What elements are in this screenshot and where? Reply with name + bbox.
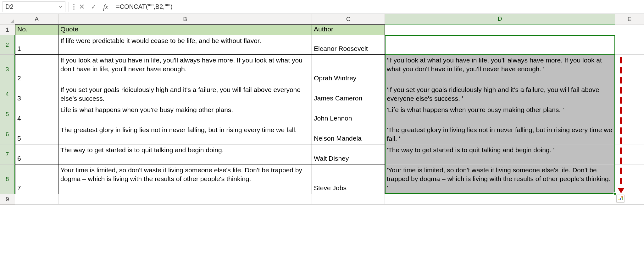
cell-quote-5[interactable]: Life is what happens when you're busy ma… xyxy=(58,104,312,124)
cancel-icon: ✕ xyxy=(79,3,85,11)
header-no[interactable]: No. xyxy=(15,24,58,35)
worksheet[interactable]: ABCDE 123456789 No.QuoteAuthor1If life w… xyxy=(0,14,644,258)
header-quote[interactable]: Quote xyxy=(58,24,312,35)
cell-quote-3[interactable]: If you look at what you have in life, yo… xyxy=(58,55,312,84)
cell-out-8[interactable]: 'Your time is limited, so don't waste it… xyxy=(385,164,615,194)
formula-text: =CONCAT("'",B2,"'") xyxy=(116,3,173,10)
enter-icon: ✓ xyxy=(91,3,97,11)
cell-author-8[interactable]: Steve Jobs xyxy=(312,164,385,194)
enter-formula-button[interactable]: ✓ xyxy=(88,0,100,13)
cell-no-4[interactable]: 3 xyxy=(15,84,58,104)
row-header-4[interactable]: 4 xyxy=(0,84,15,104)
cell-C9[interactable] xyxy=(312,194,385,205)
row-header-2[interactable]: 2 xyxy=(0,35,15,55)
cell-E8[interactable] xyxy=(615,164,644,194)
cell-D9[interactable] xyxy=(385,194,615,205)
cell-no-8[interactable]: 7 xyxy=(15,164,58,194)
cell-out-3[interactable]: 'If you look at what you have in life, y… xyxy=(385,55,615,84)
cell-E2[interactable] xyxy=(615,35,644,55)
name-box[interactable]: D2 xyxy=(3,1,65,12)
cell-quote-6[interactable]: The greatest glory in living lies not in… xyxy=(58,124,312,144)
row-header-1[interactable]: 1 xyxy=(0,24,15,35)
cell-author-4[interactable]: James Cameron xyxy=(312,84,385,104)
formula-bar-separator xyxy=(69,2,69,12)
row-header-6[interactable]: 6 xyxy=(0,124,15,144)
column-header-E[interactable]: E xyxy=(615,14,644,24)
cell-author-2[interactable]: Eleanor Roosevelt xyxy=(312,35,385,55)
fx-icon: fx xyxy=(103,3,108,11)
row-header-7[interactable]: 7 xyxy=(0,144,15,164)
formula-input[interactable]: =CONCAT("'",B2,"'") xyxy=(112,0,644,13)
row-header-9[interactable]: 9 xyxy=(0,194,15,205)
cell-no-7[interactable]: 6 xyxy=(15,144,58,164)
cell-E5[interactable] xyxy=(615,104,644,124)
cell-out-5[interactable]: 'Life is what happens when you're busy m… xyxy=(385,104,615,124)
column-header-C[interactable]: C xyxy=(312,14,385,24)
header-author[interactable]: Author xyxy=(312,24,385,35)
name-box-value: D2 xyxy=(5,3,14,10)
cell-quote-4[interactable]: If you set your goals ridiculously high … xyxy=(58,84,312,104)
cell-no-6[interactable]: 5 xyxy=(15,124,58,144)
cell-no-3[interactable]: 2 xyxy=(15,55,58,84)
cell-quote-2[interactable]: If life were predictable it would cease … xyxy=(58,35,312,55)
header-d[interactable] xyxy=(385,24,615,35)
cell-B9[interactable] xyxy=(58,194,312,205)
select-all-corner[interactable] xyxy=(0,14,15,24)
cell-no-5[interactable]: 4 xyxy=(15,104,58,124)
cell-quote-7[interactable]: The way to get started is to quit talkin… xyxy=(58,144,312,164)
formula-bar-drag-handle[interactable] xyxy=(73,0,75,13)
cell-out-4[interactable]: 'If you set your goals ridiculously high… xyxy=(385,84,615,104)
cancel-formula-button[interactable]: ✕ xyxy=(76,0,88,13)
quick-analysis-button[interactable] xyxy=(616,195,625,203)
cell-author-3[interactable]: Oprah Winfrey xyxy=(312,55,385,84)
cell-no-2[interactable]: 1 xyxy=(15,35,58,55)
formula-bar: D2 ✕ ✓ fx =CONCAT("'",B2,"'") xyxy=(0,0,644,14)
cell-out-2[interactable]: 'If life were predictable it would cease… xyxy=(385,35,615,55)
column-header-A[interactable]: A xyxy=(15,14,58,24)
row-header-3[interactable]: 3 xyxy=(0,55,15,84)
name-box-dropdown-icon[interactable] xyxy=(58,4,63,10)
cell-A9[interactable] xyxy=(15,194,58,205)
cell-out-6[interactable]: 'The greatest glory in living lies not i… xyxy=(385,124,615,144)
row-header-5[interactable]: 5 xyxy=(0,104,15,124)
cell-author-7[interactable]: Walt Disney xyxy=(312,144,385,164)
cell-E3[interactable] xyxy=(615,55,644,84)
row-header-8[interactable]: 8 xyxy=(0,164,15,194)
column-header-D[interactable]: D xyxy=(385,14,615,24)
column-header-B[interactable]: B xyxy=(58,14,312,24)
insert-function-button[interactable]: fx xyxy=(100,0,112,13)
cell-author-5[interactable]: John Lennon xyxy=(312,104,385,124)
cell-out-7[interactable]: 'The way to get started is to quit talki… xyxy=(385,144,615,164)
cell-E7[interactable] xyxy=(615,144,644,164)
cell-E1[interactable] xyxy=(615,24,644,35)
cell-author-6[interactable]: Nelson Mandela xyxy=(312,124,385,144)
cell-E4[interactable] xyxy=(615,84,644,104)
cell-quote-8[interactable]: Your time is limited, so don't waste it … xyxy=(58,164,312,194)
cell-E6[interactable] xyxy=(615,124,644,144)
